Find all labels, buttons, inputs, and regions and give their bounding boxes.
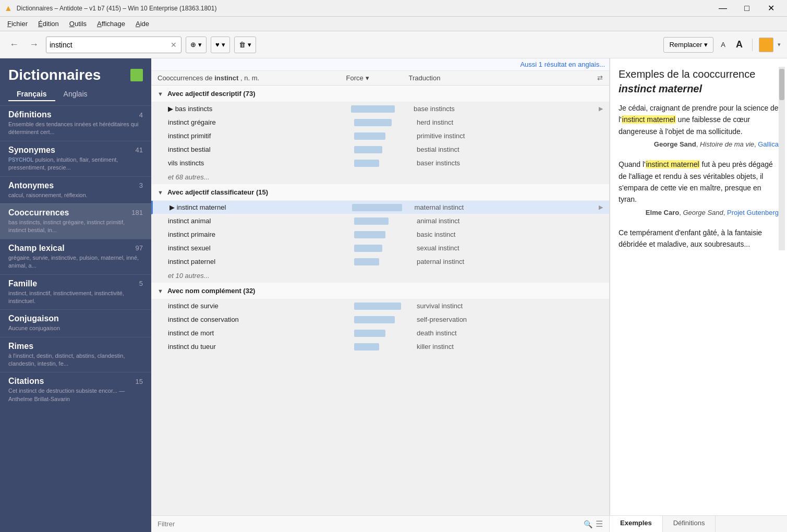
example-panel-title: Exemples de la cooccurrence instinct mat… [619,67,779,96]
header-cooccurrences: Cooccurrences de instinct , n. m. [158,74,346,82]
font-small-button[interactable]: A [718,41,729,49]
menu-affichage[interactable]: Affichage [92,18,130,30]
swap-icon[interactable]: ⇄ [597,74,603,82]
trash-icon: 🗑 [239,41,246,49]
back-button[interactable]: ← [6,37,22,53]
fav-dropdown-arrow: ▾ [222,41,225,49]
section-header-adjectif-classificateur[interactable]: ▼ Avec adjectif classificateur (15) [151,184,609,201]
sidebar-green-box [130,69,143,81]
example-source-1: George Sand, Histoire de ma vie, Gallica [619,140,779,148]
maximize-button[interactable]: □ [735,0,759,17]
filter-search-icon[interactable]: 🔍 [584,520,592,528]
table-row[interactable]: instinct primitif primitive instinct [151,129,609,143]
menu-aide[interactable]: Aide [130,18,154,30]
table-row[interactable]: instinct de conservation self-preservati… [151,313,609,327]
search-action-button[interactable]: ⊕ ▾ [186,37,207,53]
table-row[interactable]: instinct de survie survival instinct [151,299,609,313]
tab-definitions[interactable]: Définitions [663,516,716,532]
menu-edition[interactable]: Édition [33,18,64,30]
table-row[interactable]: vils instincts baser instincts [151,156,609,170]
force-bar [354,231,385,238]
filter-options-icon[interactable]: ☰ [596,519,603,529]
search-plus-icon: ⊕ [190,41,196,49]
del-dropdown-arrow: ▾ [248,41,251,49]
force-bar [352,204,402,211]
sidebar-item-citations[interactable]: Citations 15 Cet instinct de destruction… [0,372,151,407]
search-input[interactable] [50,41,169,49]
section-expand-arrow-2: ▼ [158,189,163,196]
header-traduction: Traduction [409,74,598,82]
header-force[interactable]: Force ▾ [346,74,409,82]
font-large-button[interactable]: A [733,39,746,50]
filter-bar: 🔍 ☰ [151,515,609,532]
table-section: Aussi 1 résultat en anglais... Cooccurre… [151,58,610,532]
right-panel-scrollbar-track[interactable] [779,67,785,250]
window-title: Dictionnaires – Antidote – v1 b7 (415) –… [17,5,711,12]
cooc-table-body: ▼ Avec adjectif descriptif (73) ▶ bas in… [151,86,609,515]
section-header-nom-complement[interactable]: ▼ Avec nom complément (32) [151,283,609,299]
table-row[interactable]: instinct du tueur killer instinct [151,340,609,354]
search-clear-icon[interactable]: ✕ [169,41,178,49]
section-expand-arrow: ▼ [158,91,163,97]
row-detail-arrow: ▶ [599,105,603,112]
example-text-3: Ce tempérament d'enfant gâté, à la fanta… [619,227,779,250]
right-panel: Exemples de la cooccurrence instinct mat… [610,58,787,532]
section-expand-arrow-3: ▼ [158,288,163,294]
table-row[interactable]: instinct de mort death instinct [151,327,609,340]
sidebar-item-champ-lexical[interactable]: Champ lexical 97 grégaire, survie, insti… [0,239,151,274]
lang-tabs: Français Anglais [0,86,151,105]
example-block-2: Quand l'instinct maternel fut à peu près… [619,159,779,216]
more-link-section1[interactable]: et 68 autres... [151,170,609,184]
menu-outils[interactable]: Outils [64,18,92,30]
table-row[interactable]: ▶ bas instincts base instincts ▶ [151,102,609,116]
sidebar-title: Dictionnaires [0,58,151,86]
sidebar-item-conjugaison[interactable]: Conjugaison Aucune conjugaison [0,309,151,336]
force-bar [351,105,395,113]
title-bar: ▲ Dictionnaires – Antidote – v1 b7 (415)… [0,0,787,17]
force-bar [354,330,385,337]
search-dropdown-arrow: ▾ [198,41,202,49]
row-expand-arrow-selected: ▶ [169,203,175,211]
delete-button[interactable]: 🗑 ▾ [234,37,256,53]
table-row[interactable]: instinct grégaire herd instinct [151,116,609,129]
example-text-1: Je cédai, craignant de prendre pour la s… [619,102,779,137]
gallica-link-1[interactable]: Gallica [758,140,779,148]
close-button[interactable]: ✕ [759,0,783,17]
sidebar-item-rimes[interactable]: Rimes à l'instinct, destin, distinct, ab… [0,337,151,372]
table-row[interactable]: instinct animal animal instinct [151,214,609,228]
tab-exemples[interactable]: Exemples [610,516,663,532]
force-bar [354,119,392,126]
sidebar-item-antonymes[interactable]: Antonymes 3 calcul, raisonnement, réflex… [0,176,151,203]
table-row[interactable]: instinct paternel paternal instinct [151,255,609,269]
sidebar-item-famille[interactable]: Famille 5 instinct, instinctif, instinct… [0,274,151,310]
gutenberg-link[interactable]: Projet Gutenberg [727,209,779,216]
sidebar-item-synonymes[interactable]: Synonymes 41 PSYCHOL pulsion, intuition,… [0,141,151,176]
sidebar-item-cooccurrences[interactable]: Cooccurrences 181 bas instincts, instinc… [0,203,151,239]
right-panel-scrollbar-thumb[interactable] [779,69,784,100]
remplacer-button[interactable]: Remplacer ▾ [663,37,713,53]
lang-tab-anglais[interactable]: Anglais [55,88,96,101]
section-header-adjectif-descriptif[interactable]: ▼ Avec adjectif descriptif (73) [151,86,609,102]
lang-tab-francais[interactable]: Français [8,88,55,101]
sidebar: Dictionnaires Français Anglais Définitio… [0,58,151,532]
menu-fichier[interactable]: Fichier [2,18,33,30]
table-row[interactable]: instinct sexuel sexual instinct [151,241,609,255]
table-row[interactable]: instinct primaire basic instinct [151,228,609,241]
force-bar [354,217,389,225]
more-link-section2[interactable]: et 10 autres... [151,269,609,283]
sort-icon: ▾ [366,74,369,82]
forward-button[interactable]: → [26,37,42,53]
table-row[interactable]: instinct bestial bestial instinct [151,143,609,156]
color-swatch[interactable] [759,38,773,52]
english-results-link[interactable]: Aussi 1 résultat en anglais... [151,58,609,71]
force-bar [354,343,379,350]
menu-bar: Fichier Édition Outils Affichage Aide [0,17,787,31]
force-bar [354,258,379,265]
sidebar-item-definitions[interactable]: Définitions 4 Ensemble des tendances inn… [0,105,151,141]
minimize-button[interactable]: — [711,0,735,17]
favorite-button[interactable]: ♥ ▾ [211,37,230,53]
table-row-selected[interactable]: ▶ instinct maternel maternal instinct ▶ [151,201,609,214]
highlight-1: instinct maternel [622,115,676,124]
example-source-2: Elme Caro, George Sand, Projet Gutenberg [619,209,779,216]
filter-input[interactable] [158,520,584,528]
